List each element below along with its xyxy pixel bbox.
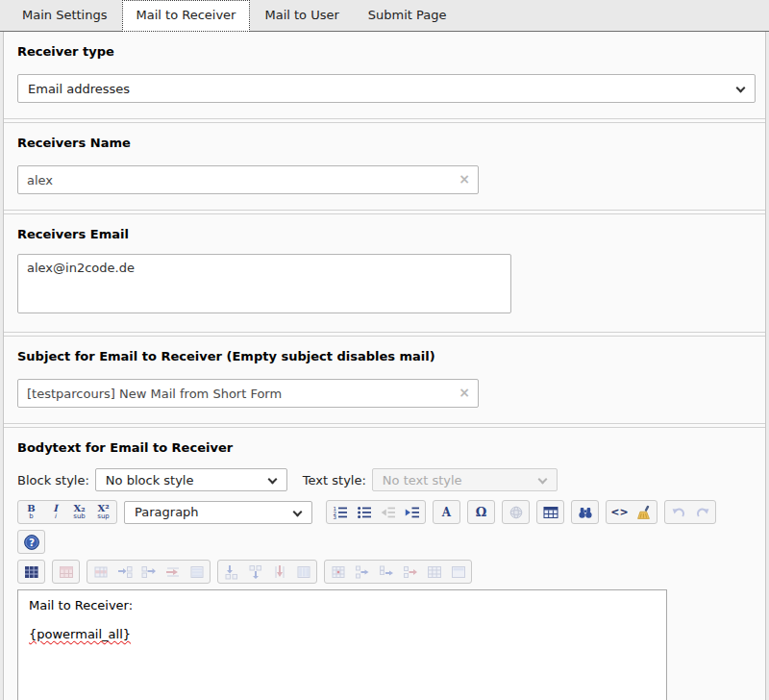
text-color-icon: A xyxy=(442,506,451,519)
bodytext-label: Bodytext for Email to Receiver xyxy=(17,440,752,455)
paragraph-format-select[interactable]: Paragraph xyxy=(124,501,312,524)
block-style-select[interactable]: No block style xyxy=(95,468,287,491)
cell-merge-icon xyxy=(427,564,442,580)
cell-delete-icon xyxy=(403,564,418,580)
section-subject: Subject for Email to Receiver (Empty sub… xyxy=(4,336,765,424)
svg-text:?: ? xyxy=(28,536,34,547)
row-split-button xyxy=(185,562,209,582)
tab-main-settings[interactable]: Main Settings xyxy=(8,0,122,31)
clear-icon[interactable]: × xyxy=(459,171,470,187)
cell-insert-before-button xyxy=(350,562,374,582)
cell-insert-after-icon xyxy=(379,564,394,580)
indent-icon xyxy=(405,505,420,520)
table-properties-button xyxy=(54,562,78,582)
help-icon: ? xyxy=(23,534,40,551)
text-style-label: Text style: xyxy=(303,473,366,488)
section-bodytext: Bodytext for Email to Receiver Block sty… xyxy=(4,427,765,700)
row-properties-button xyxy=(88,562,112,582)
column-delete-button xyxy=(267,562,291,582)
insert-table-button[interactable] xyxy=(538,502,562,522)
svg-text:3: 3 xyxy=(333,514,336,520)
table-borders-icon xyxy=(24,564,39,580)
column-insert-after-icon xyxy=(248,564,263,580)
rte-toggleborders-group xyxy=(17,560,45,584)
rte-source-clean-group: <> xyxy=(606,500,657,524)
receivers-name-label: Receivers Name xyxy=(17,136,752,150)
column-insert-after-button xyxy=(243,562,267,582)
column-split-button xyxy=(291,562,315,582)
rte-table-group xyxy=(536,500,564,524)
chevron-down-icon xyxy=(736,84,746,93)
cell-insert-after-button xyxy=(374,562,398,582)
italic-icon: Ii xyxy=(53,504,58,520)
rte-list-group: 123 xyxy=(326,500,426,524)
chevron-down-icon xyxy=(537,475,547,485)
superscript-button[interactable]: X²sup xyxy=(91,502,115,522)
receiver-type-select[interactable]: Email addresses xyxy=(17,74,756,103)
subscript-button[interactable]: X₂sub xyxy=(67,502,91,522)
indent-button[interactable] xyxy=(400,502,424,522)
superscript-icon: X²sup xyxy=(97,504,110,520)
chevron-down-icon xyxy=(293,507,303,516)
subject-input[interactable] xyxy=(17,379,479,408)
text-style-select: No text style xyxy=(372,468,558,491)
undo-button xyxy=(666,502,690,522)
outdent-icon xyxy=(381,505,396,520)
rte-toolbar-row-3 xyxy=(17,560,752,584)
special-character-button[interactable]: Ω xyxy=(469,502,493,522)
cell-split-button xyxy=(446,562,470,582)
tab-mail-to-user[interactable]: Mail to User xyxy=(250,0,353,31)
row-delete-icon xyxy=(165,564,181,580)
rte-editing-area[interactable]: Mail to Receiver: {powermail_all} xyxy=(17,589,667,700)
toggle-table-borders-button[interactable] xyxy=(19,562,43,582)
cell-delete-button xyxy=(398,562,422,582)
bold-button[interactable]: Bb xyxy=(19,502,43,522)
find-replace-button[interactable] xyxy=(573,502,597,522)
receivers-email-textarea[interactable]: alex@in2code.de xyxy=(17,254,511,313)
rte-row-ops-group xyxy=(87,560,211,584)
block-style-value: No block style xyxy=(106,473,194,488)
rte-toolbar-row-2: ? xyxy=(17,530,752,554)
rte-misspelled-token: {powermail_all} xyxy=(29,627,131,641)
insert-link-button xyxy=(504,502,528,522)
section-receivers-name: Receivers Name × xyxy=(4,122,765,211)
rte-toolbar-row-1: Bb Ii X₂sub X²sup xyxy=(17,500,752,524)
rte-style-row: Block style: No block style Text style: … xyxy=(17,468,752,491)
rte-specialchar-group: Ω xyxy=(467,500,495,524)
rte-find-group xyxy=(571,500,599,524)
italic-button[interactable]: Ii xyxy=(43,502,67,522)
broom-icon xyxy=(636,505,652,520)
clear-icon[interactable]: × xyxy=(459,385,470,400)
about-editor-button[interactable]: ? xyxy=(19,532,43,552)
form-tab-bar: Main Settings Mail to Receiver Mail to U… xyxy=(0,0,769,32)
rte-help-group: ? xyxy=(17,530,45,554)
redo-button xyxy=(690,502,714,522)
receivers-email-label: Receivers Email xyxy=(17,227,752,241)
tab-submit-page[interactable]: Submit Page xyxy=(354,0,461,31)
undo-icon xyxy=(671,505,686,520)
unordered-list-button[interactable] xyxy=(352,502,376,522)
outdent-button xyxy=(376,502,400,522)
column-delete-icon xyxy=(272,564,287,580)
receivers-name-input[interactable] xyxy=(17,165,479,194)
cell-insert-before-icon xyxy=(355,564,370,580)
view-source-button[interactable]: <> xyxy=(608,502,632,522)
rte-cell-ops-group xyxy=(324,560,472,584)
source-code-icon: <> xyxy=(610,506,628,518)
receiver-type-selected-value: Email addresses xyxy=(28,82,130,96)
special-character-icon: Ω xyxy=(476,505,487,519)
column-insert-before-button xyxy=(219,562,243,582)
cell-merge-button xyxy=(422,562,446,582)
rte-link-group xyxy=(502,500,530,524)
row-delete-button xyxy=(161,562,185,582)
redo-icon xyxy=(695,505,710,520)
text-color-button[interactable]: A xyxy=(434,502,459,522)
tab-mail-to-receiver[interactable]: Mail to Receiver xyxy=(122,0,251,32)
rte-undo-redo-group xyxy=(664,500,716,524)
tab-content-panel: Receiver type Email addresses Receivers … xyxy=(3,32,766,700)
row-properties-icon xyxy=(93,564,109,580)
remove-format-button[interactable] xyxy=(632,502,656,522)
row-insert-under-icon xyxy=(141,564,157,580)
subscript-icon: X₂sub xyxy=(73,504,86,520)
ordered-list-button[interactable]: 123 xyxy=(328,502,352,522)
